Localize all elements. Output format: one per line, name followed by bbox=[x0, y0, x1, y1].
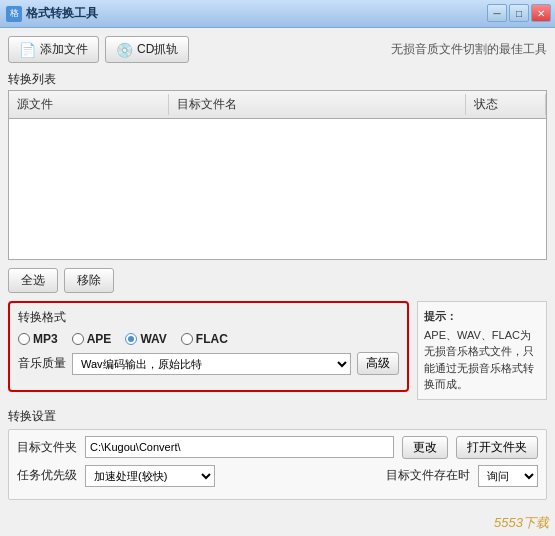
header-source: 源文件 bbox=[9, 94, 169, 115]
change-button[interactable]: 更改 bbox=[402, 436, 448, 459]
maximize-button[interactable]: □ bbox=[509, 4, 529, 22]
radio-mp3-label: MP3 bbox=[33, 332, 58, 346]
radio-wav-label: WAV bbox=[140, 332, 166, 346]
remove-button[interactable]: 移除 bbox=[64, 268, 114, 293]
radio-mp3-circle bbox=[18, 333, 30, 345]
priority-label: 任务优先级 bbox=[17, 467, 77, 484]
main-window: 📄 添加文件 💿 CD抓轨 无损音质文件切割的最佳工具 转换列表 源文件 目标文… bbox=[0, 28, 555, 536]
add-file-button[interactable]: 📄 添加文件 bbox=[8, 36, 99, 63]
tip-content: APE、WAV、FLAC为无损音乐格式文件，只能通过无损音乐格式转换而成。 bbox=[424, 327, 540, 393]
radio-flac-circle bbox=[181, 333, 193, 345]
toolbar-tagline: 无损音质文件切割的最佳工具 bbox=[391, 41, 547, 58]
priority-select[interactable]: 加速处理(较快)普通处理(慢)高速处理(快) bbox=[85, 465, 215, 487]
open-folder-button[interactable]: 打开文件夹 bbox=[456, 436, 538, 459]
radio-ape-circle bbox=[72, 333, 84, 345]
title-bar: 格 格式转换工具 ─ □ ✕ bbox=[0, 0, 555, 28]
action-buttons: 全选 移除 bbox=[8, 268, 547, 293]
app-icon: 格 bbox=[6, 6, 22, 22]
radio-flac-label: FLAC bbox=[196, 332, 228, 346]
file-list: 源文件 目标文件名 状态 bbox=[8, 90, 547, 260]
target-folder-row: 目标文件夹 更改 打开文件夹 bbox=[17, 436, 538, 459]
format-section-label: 转换格式 bbox=[18, 309, 399, 326]
quality-select[interactable]: Wav编码输出，原始比特 bbox=[72, 353, 351, 375]
target-folder-input[interactable] bbox=[85, 436, 394, 458]
tip-box: 提示： APE、WAV、FLAC为无损音乐格式文件，只能通过无损音乐格式转换而成… bbox=[417, 301, 547, 400]
radio-wav-circle bbox=[125, 333, 137, 345]
tip-title: 提示： bbox=[424, 308, 540, 325]
file-list-label: 转换列表 bbox=[8, 71, 547, 88]
cd-icon: 💿 bbox=[116, 42, 133, 58]
advanced-button[interactable]: 高级 bbox=[357, 352, 399, 375]
close-button[interactable]: ✕ bbox=[531, 4, 551, 22]
cd-rip-button[interactable]: 💿 CD抓轨 bbox=[105, 36, 189, 63]
minimize-button[interactable]: ─ bbox=[487, 4, 507, 22]
existing-label: 目标文件存在时 bbox=[386, 467, 470, 484]
radio-mp3[interactable]: MP3 bbox=[18, 332, 58, 346]
existing-select[interactable]: 询问覆盖跳过 bbox=[478, 465, 538, 487]
radio-ape[interactable]: APE bbox=[72, 332, 112, 346]
window-title: 格式转换工具 bbox=[26, 5, 98, 22]
toolbar: 📄 添加文件 💿 CD抓轨 无损音质文件切割的最佳工具 bbox=[8, 36, 547, 63]
quality-label: 音乐质量 bbox=[18, 355, 66, 372]
format-section: 转换格式 MP3 APE bbox=[8, 301, 409, 392]
add-file-icon: 📄 bbox=[19, 42, 36, 58]
header-target: 目标文件名 bbox=[169, 94, 466, 115]
target-folder-label: 目标文件夹 bbox=[17, 439, 77, 456]
quality-row: 音乐质量 Wav编码输出，原始比特 高级 bbox=[18, 352, 399, 375]
radio-wav[interactable]: WAV bbox=[125, 332, 166, 346]
radio-ape-label: APE bbox=[87, 332, 112, 346]
window-controls: ─ □ ✕ bbox=[487, 4, 551, 22]
file-list-header: 源文件 目标文件名 状态 bbox=[9, 91, 546, 119]
format-radio-group: MP3 APE WAV bbox=[18, 332, 399, 346]
header-status: 状态 bbox=[466, 94, 546, 115]
file-list-body[interactable] bbox=[9, 119, 546, 264]
priority-row: 任务优先级 加速处理(较快)普通处理(慢)高速处理(快) 目标文件存在时 询问覆… bbox=[17, 465, 538, 487]
convert-settings-label: 转换设置 bbox=[8, 408, 547, 425]
radio-flac[interactable]: FLAC bbox=[181, 332, 228, 346]
select-all-button[interactable]: 全选 bbox=[8, 268, 58, 293]
watermark: 5553下载 bbox=[494, 514, 549, 532]
convert-settings-section: 转换设置 目标文件夹 更改 打开文件夹 任务优先级 加速处理(较快)普通处理(慢… bbox=[8, 408, 547, 500]
